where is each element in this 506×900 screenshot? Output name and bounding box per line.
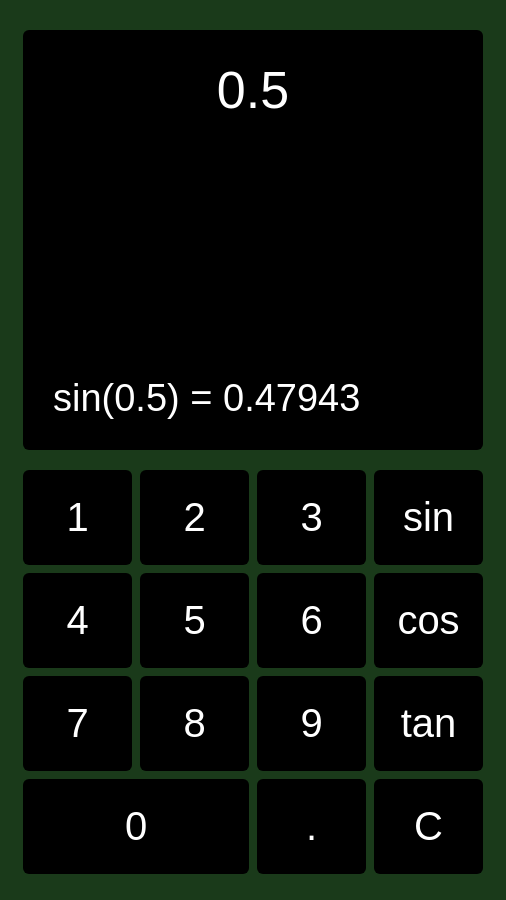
key-7[interactable]: 7 (23, 676, 132, 771)
key-sin[interactable]: sin (374, 470, 483, 565)
key-6[interactable]: 6 (257, 573, 366, 668)
key-3[interactable]: 3 (257, 470, 366, 565)
key-9[interactable]: 9 (257, 676, 366, 771)
keypad: 1 2 3 sin 4 5 6 cos 7 8 9 tan 0 . C (23, 470, 483, 874)
key-5[interactable]: 5 (140, 573, 249, 668)
key-tan[interactable]: tan (374, 676, 483, 771)
key-8[interactable]: 8 (140, 676, 249, 771)
display-screen: 0.5 sin(0.5) = 0.47943 (23, 30, 483, 450)
current-value: 0.5 (53, 60, 453, 120)
expression-result: sin(0.5) = 0.47943 (53, 377, 453, 420)
key-0[interactable]: 0 (23, 779, 249, 874)
key-1[interactable]: 1 (23, 470, 132, 565)
key-clear[interactable]: C (374, 779, 483, 874)
key-dot[interactable]: . (257, 779, 366, 874)
key-cos[interactable]: cos (374, 573, 483, 668)
key-4[interactable]: 4 (23, 573, 132, 668)
key-2[interactable]: 2 (140, 470, 249, 565)
